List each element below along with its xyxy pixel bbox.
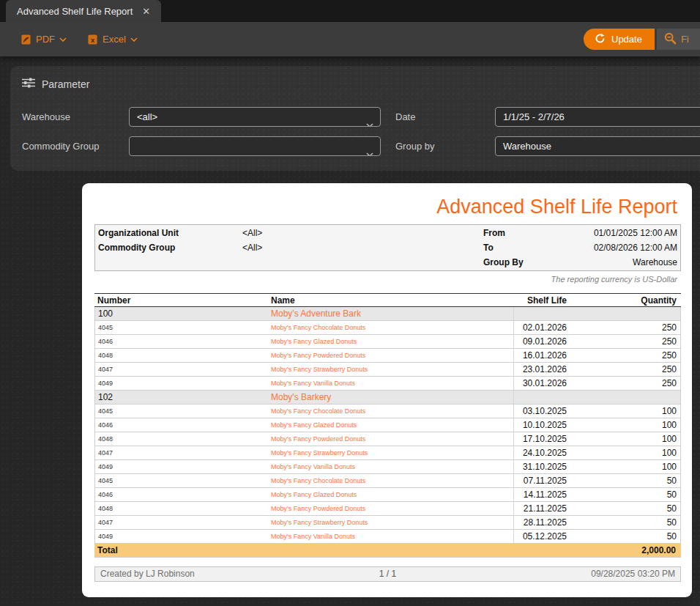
date-label: Date — [381, 111, 495, 122]
group-by-label: Group by — [381, 141, 495, 152]
item-name-link[interactable]: Moby's Fancy Strawberry Donuts — [271, 449, 368, 457]
name-cell: Moby's Fancy Strawberry Donuts — [271, 363, 514, 376]
qty-cell: 250 — [570, 378, 680, 388]
chevron-down-icon — [130, 37, 138, 42]
item-name-link[interactable]: Moby's Fancy Powdered Donuts — [271, 435, 365, 443]
name-cell: Moby's Fancy Powdered Donuts — [271, 349, 514, 362]
shelf-cell: 05.12.2025 — [514, 531, 570, 542]
parameter-panel-header: Parameter — [10, 66, 700, 90]
item-row: 4048Moby's Fancy Powdered Donuts16.01.20… — [95, 349, 680, 363]
group-row: 102Moby's Barkery — [95, 391, 680, 404]
item-name-link[interactable]: Moby's Fancy Powdered Donuts — [271, 505, 365, 512]
item-name-link[interactable]: Moby's Fancy Glazed Donuts — [271, 491, 357, 498]
report-table: Number Name Shelf Life Quantity 100Moby'… — [94, 293, 681, 558]
shelf-cell: 03.10.2025 — [514, 406, 570, 416]
group-by-input[interactable]: Warehouse — [495, 136, 700, 156]
qty-cell: 50 — [570, 476, 680, 486]
update-label: Update — [611, 34, 642, 45]
qty-cell: 50 — [570, 503, 680, 514]
shelf-cell: 28.11.2025 — [514, 517, 570, 528]
group-name-link[interactable]: Moby's Barkery — [271, 392, 331, 402]
date-range-input[interactable]: 1/1/25 - 2/7/26 — [495, 107, 700, 127]
quantity-column-header: Quantity — [570, 295, 681, 306]
name-cell: Moby's Fancy Powdered Donuts — [271, 502, 514, 515]
name-cell: Moby's Fancy Vanilla Donuts — [271, 377, 514, 390]
qty-cell: 50 — [570, 517, 680, 528]
excel-label: Excel — [103, 34, 126, 45]
close-icon[interactable]: ✕ — [142, 6, 150, 17]
report-table-body: 100Moby's Adventure Bark4045Moby's Fancy… — [94, 307, 681, 544]
shelf-life-column-header: Shelf Life — [514, 295, 570, 306]
number-cell: 4046 — [95, 338, 271, 345]
item-name-link[interactable]: Moby's Fancy Strawberry Donuts — [271, 366, 368, 373]
number-cell: 4046 — [95, 421, 271, 429]
magnifier-minus-icon — [664, 32, 677, 47]
shelf-cell: 24.10.2025 — [514, 448, 570, 458]
report-footer: Created by LJ Robinson 1 / 1 09/28/2025 … — [94, 566, 681, 582]
name-cell: Moby's Fancy Chocolate Donuts — [271, 404, 514, 418]
item-name-link[interactable]: Moby's Fancy Chocolate Donuts — [271, 324, 365, 331]
parameter-panel: Parameter Warehouse <all> Date 1/1/25 - … — [10, 66, 700, 171]
item-row: 4047Moby's Fancy Strawberry Donuts28.11.… — [95, 516, 680, 530]
qty-cell: 250 — [570, 322, 680, 333]
qty-cell: 50 — [570, 489, 680, 500]
sliders-icon — [22, 78, 35, 90]
group-by-header-label: Group By — [483, 257, 564, 267]
name-cell: Moby's Fancy Chocolate Donuts — [271, 321, 514, 334]
number-cell: 4047 — [95, 519, 271, 526]
name-cell: Moby's Fancy Strawberry Donuts — [271, 446, 514, 459]
commodity-group-select[interactable] — [129, 136, 381, 156]
item-row: 4049Moby's Fancy Vanilla Donuts30.01.202… — [95, 377, 680, 391]
item-name-link[interactable]: Moby's Fancy Chocolate Donuts — [271, 407, 365, 415]
total-row: Total 2,000.00 — [94, 544, 681, 558]
qty-cell: 100 — [570, 420, 680, 430]
excel-export-button[interactable]: x Excel — [87, 34, 138, 45]
shelf-cell: 14.11.2025 — [514, 489, 570, 500]
item-name-link[interactable]: Moby's Fancy Vanilla Donuts — [271, 463, 355, 470]
item-name-link[interactable]: Moby's Fancy Vanilla Donuts — [271, 533, 355, 540]
chevron-down-icon — [366, 144, 373, 156]
warehouse-select[interactable]: <all> — [129, 107, 381, 127]
group-row: 100Moby's Adventure Bark — [95, 307, 680, 321]
number-cell: 4045 — [95, 324, 271, 331]
number-cell: 102 — [95, 392, 271, 402]
from-label: From — [483, 228, 564, 238]
group-name-link[interactable]: Moby's Adventure Bark — [271, 308, 361, 319]
item-name-link[interactable]: Moby's Fancy Vanilla Donuts — [271, 380, 355, 387]
shelf-cell: 30.01.2026 — [514, 378, 570, 388]
item-name-link[interactable]: Moby's Fancy Strawberry Donuts — [271, 519, 368, 526]
number-cell: 4048 — [95, 352, 271, 359]
zoom-out-button[interactable]: Fi — [657, 29, 700, 50]
update-button[interactable]: Update — [584, 29, 655, 50]
name-cell: Moby's Fancy Chocolate Donuts — [271, 474, 514, 487]
item-row: 4045Moby's Fancy Chocolate Donuts03.10.2… — [95, 404, 680, 418]
currency-note: The reporting currency is US-Dollar — [94, 275, 681, 284]
to-label: To — [483, 243, 564, 253]
name-cell: Moby's Fancy Glazed Donuts — [271, 335, 514, 348]
name-cell: Moby's Fancy Vanilla Donuts — [271, 460, 514, 473]
name-cell: Moby's Fancy Vanilla Donuts — [271, 530, 514, 543]
commodity-group-label: Commodity Group — [22, 141, 129, 152]
report-header-box: Organizational Unit <All> Commodity Grou… — [94, 224, 681, 271]
shelf-cell: 17.10.2025 — [514, 434, 570, 444]
item-name-link[interactable]: Moby's Fancy Glazed Donuts — [271, 338, 357, 345]
shelf-cell: 09.01.2026 — [514, 336, 570, 347]
item-name-link[interactable]: Moby's Fancy Powdered Donuts — [271, 352, 365, 359]
qty-cell: 100 — [570, 434, 680, 444]
name-cell: Moby's Adventure Bark — [271, 307, 514, 320]
commodity-group-header-value: <All> — [242, 243, 262, 253]
to-value: 02/08/2026 12:00 AM — [564, 243, 677, 253]
item-name-link[interactable]: Moby's Fancy Chocolate Donuts — [271, 477, 365, 484]
report-tab[interactable]: Advanced Shelf Life Report ✕ — [6, 0, 161, 22]
organizational-unit-value: <All> — [242, 228, 262, 238]
report-title: Advanced Shelf Life Report — [94, 196, 681, 218]
shelf-cell: 07.11.2025 — [514, 476, 570, 486]
name-cell: Moby's Fancy Glazed Donuts — [271, 418, 514, 432]
pdf-export-button[interactable]: PDF — [21, 34, 67, 45]
item-name-link[interactable]: Moby's Fancy Glazed Donuts — [271, 421, 357, 429]
item-row: 4049Moby's Fancy Vanilla Donuts05.12.202… — [95, 530, 680, 544]
number-cell: 4049 — [95, 380, 271, 387]
shelf-cell: 23.01.2026 — [514, 364, 570, 374]
qty-cell: 250 — [570, 364, 680, 374]
total-value: 2,000.00 — [569, 545, 679, 555]
